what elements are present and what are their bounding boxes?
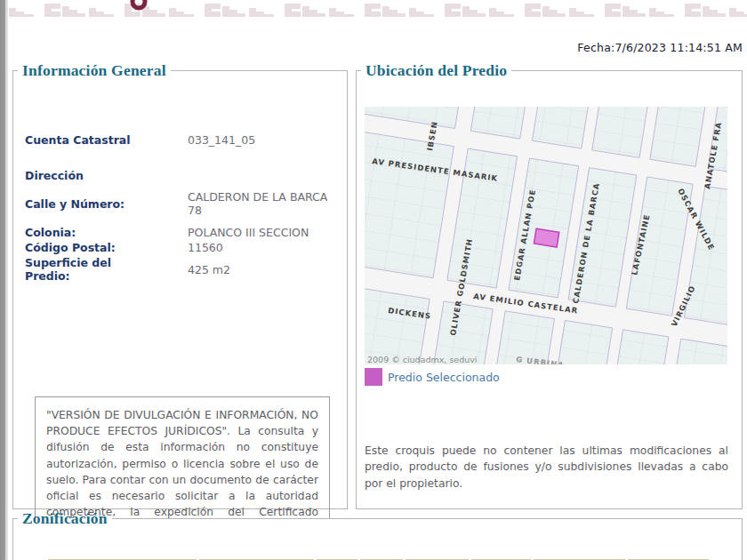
field-calle-numero: Calle y Número: CALDERON DE LA BARCA 78 (25, 190, 338, 218)
field-label: Colonia: (25, 226, 188, 239)
info-general-panel: Información General Cuenta Catastral 033… (12, 61, 348, 509)
field-value: CALDERON DE LA BARCA 78 (188, 190, 334, 218)
croquis-note: Este croquis puede no contener las ultim… (365, 443, 728, 492)
field-value: POLANCO III SECCION (188, 226, 309, 239)
window-left-edge (0, 0, 8, 560)
field-codigo-postal: Código Postal: 11560 (25, 241, 338, 254)
selected-predio-highlight (534, 228, 558, 247)
field-cuenta-catastral: Cuenta Catastral 033_141_05 (25, 133, 338, 147)
field-label: Superficie del Predio: (25, 256, 188, 284)
predio-legend-swatch (365, 368, 382, 386)
field-value: 425 m2 (188, 263, 230, 276)
info-general-title: Información General (18, 61, 171, 80)
report-date: Fecha:7/6/2023 11:14:51 AM (577, 41, 743, 54)
map-canvas: IBSEN AV PRESIDENTE MASARIK ANATOLE FRA … (365, 107, 727, 364)
zonificacion-title: Zonificación (18, 509, 112, 528)
field-colonia: Colonia: POLANCO III SECCION (25, 226, 338, 239)
field-superficie-predio: Superficie del Predio: 425 m2 (25, 256, 338, 284)
predio-legend-label: Predio Seleccionado (388, 371, 500, 384)
field-value: 11560 (188, 241, 223, 254)
ubicacion-title: Ubicación del Predio (361, 61, 511, 80)
zonificacion-panel: Zonificación Superficie (12, 509, 743, 560)
predio-map: IBSEN AV PRESIDENTE MASARIK ANATOLE FRA … (365, 107, 727, 364)
map-watermark: 2009 © ciudadmx, seduvi (367, 355, 478, 364)
field-label: Calle y Número: (25, 197, 188, 211)
field-label: Cuenta Catastral (25, 133, 188, 147)
field-value: 033_141_05 (188, 133, 255, 147)
decorative-border-pattern (7, 0, 747, 20)
direccion-heading: Dirección (25, 169, 84, 182)
field-label: Código Postal: (25, 241, 188, 254)
ubicacion-panel: Ubicación del Predio (356, 61, 743, 509)
